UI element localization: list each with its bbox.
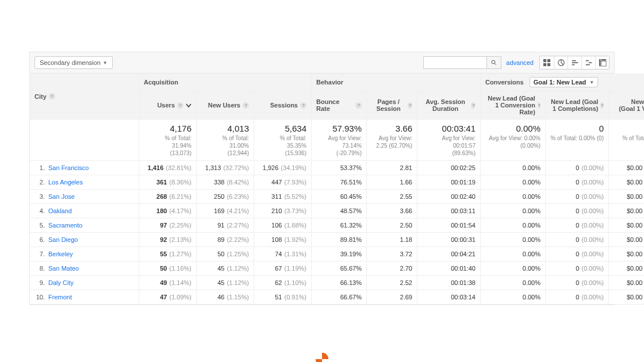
svg-rect-14 [601,59,606,61]
svg-rect-13 [599,59,600,66]
city-link[interactable]: San Mateo [48,265,79,272]
help-icon[interactable]: ? [471,102,476,109]
cell-sessions: 62(1.10%) [254,276,312,290]
col-val[interactable]: New Lead (Goal 1 Value)? [609,91,644,120]
advanced-link[interactable]: advanced [506,59,534,66]
col-new-users[interactable]: New Users? [197,91,254,120]
cell-val: $0.00(0.00%) [609,247,644,261]
city-link[interactable]: Los Angeles [48,179,83,186]
cell-asd: 00:00:31 [417,233,481,247]
help-icon[interactable]: ? [355,102,362,109]
group-behavior-label: Behavior [316,79,343,86]
col-sessions-label: Sessions [270,102,298,109]
col-comp[interactable]: New Lead (Goal 1 Completions)? [546,91,609,120]
view-bar-button[interactable] [568,56,581,69]
cell-sessions: 210(3.73%) [254,204,312,218]
totals-comp: 0% of Total: 0.00% (0) [546,120,609,161]
cell-city[interactable]: 6.San Diego [30,233,139,247]
cell-city[interactable]: 4.Oakland [30,204,139,218]
help-icon[interactable]: ? [408,102,412,109]
city-link[interactable]: Oakland [48,207,72,214]
help-icon[interactable]: ? [243,102,249,109]
cell-cr: 0.00% [481,161,546,175]
cell-users: 55(1.27%) [139,247,197,261]
cell-comp: 0(0.00%) [546,290,609,305]
cell-pps: 2.81 [367,161,417,175]
view-pie-button[interactable] [554,56,568,69]
cell-city[interactable]: 3.San Jose [30,190,139,204]
totals-users: 4,176% of Total: 31.94%(13,073) [139,120,197,161]
cell-sessions: 1,926(34.19%) [254,161,312,175]
goal-selector[interactable]: Goal 1: New Lead ▼ [530,77,599,87]
cell-cr: 0.00% [481,204,546,218]
cell-comp: 0(0.00%) [546,233,609,247]
search-button[interactable] [486,56,501,69]
bar-icon [571,59,579,67]
col-asd[interactable]: Avg. Session Duration? [417,91,481,120]
cell-val: $0.00(0.00%) [609,261,644,276]
help-icon[interactable]: ? [49,93,55,99]
city-link[interactable]: Berkeley [48,251,73,257]
cell-new-users: 45(1.12%) [197,261,254,276]
totals-bounce: 57.93%Avg for View: 73.14%(-20.79%) [312,120,367,161]
goal-selector-label: Goal 1: New Lead [534,79,586,86]
cell-sessions: 311(5.52%) [254,190,312,204]
cell-comp: 0(0.00%) [546,261,609,276]
cell-users: 50(1.16%) [139,261,197,276]
secondary-dimension-button[interactable]: Secondary dimension ▼ [34,56,113,69]
col-asd-label: Avg. Session Duration [422,98,469,112]
col-sessions[interactable]: Sessions? [254,91,312,120]
help-icon[interactable]: ? [300,102,306,109]
cell-city[interactable]: 5.Sacramento [30,218,139,233]
col-bounce[interactable]: Bounce Rate? [312,91,367,120]
cell-users: 1,416(32.81%) [139,161,197,175]
col-bounce-label: Bounce Rate [316,98,353,112]
city-link[interactable]: Daly City [48,279,74,286]
help-icon[interactable]: ? [600,102,604,109]
help-icon[interactable]: ? [177,102,183,109]
cell-asd: 00:03:14 [417,290,481,305]
cell-bounce: 39.19% [312,247,367,261]
col-pps[interactable]: Pages / Session? [367,91,417,120]
view-pivot-button[interactable] [595,56,609,69]
cell-bounce: 66.13% [312,276,367,290]
city-link[interactable]: Sacramento [48,222,82,229]
city-link[interactable]: San Diego [48,236,78,243]
cell-users: 268(6.21%) [139,190,197,204]
group-conversions-label: Conversions [485,79,524,86]
view-table-button[interactable] [540,56,554,69]
pivot-icon [599,59,607,67]
city-link[interactable]: San Francisco [48,164,89,171]
cell-new-users: 91(2.27%) [197,218,254,233]
caret-down-icon: ▼ [589,80,594,85]
cell-cr: 0.00% [481,233,546,247]
col-city-group[interactable]: City ? [30,74,139,120]
cell-pps: 1.18 [367,233,417,247]
search-input[interactable] [423,56,486,69]
cell-city[interactable]: 1.San Francisco [30,161,139,175]
cell-sessions: 67(1.19%) [254,261,312,276]
cell-comp: 0(0.00%) [546,247,609,261]
caret-down-icon: ▼ [103,60,108,66]
city-link[interactable]: Fremont [48,294,72,301]
help-icon[interactable]: ? [538,102,540,109]
cell-new-users: 50(1.25%) [197,247,254,261]
cell-pps: 3.72 [367,247,417,261]
table-toolbar: Secondary dimension ▼ advanced [30,52,614,74]
cell-city[interactable]: 9.Daly City [30,276,139,290]
table-icon [543,59,551,67]
city-link[interactable]: San Jose [48,193,75,200]
cell-bounce: 48.57% [312,204,367,218]
col-cr[interactable]: New Lead (Goal 1 Conversion Rate)? [481,91,546,120]
cell-city[interactable]: 10.Fremont [30,290,139,305]
cell-city[interactable]: 2.Los Angeles [30,175,139,190]
cell-pps: 2.52 [367,276,417,290]
cell-asd: 00:01:40 [417,261,481,276]
col-users[interactable]: Users ? [139,91,197,120]
view-comparison-button[interactable] [581,56,595,69]
cell-sessions: 51(0.91%) [254,290,312,305]
cell-city[interactable]: 7.Berkeley [30,247,139,261]
svg-rect-3 [547,59,550,62]
cell-users: 49(1.14%) [139,276,197,290]
cell-city[interactable]: 8.San Mateo [30,261,139,276]
